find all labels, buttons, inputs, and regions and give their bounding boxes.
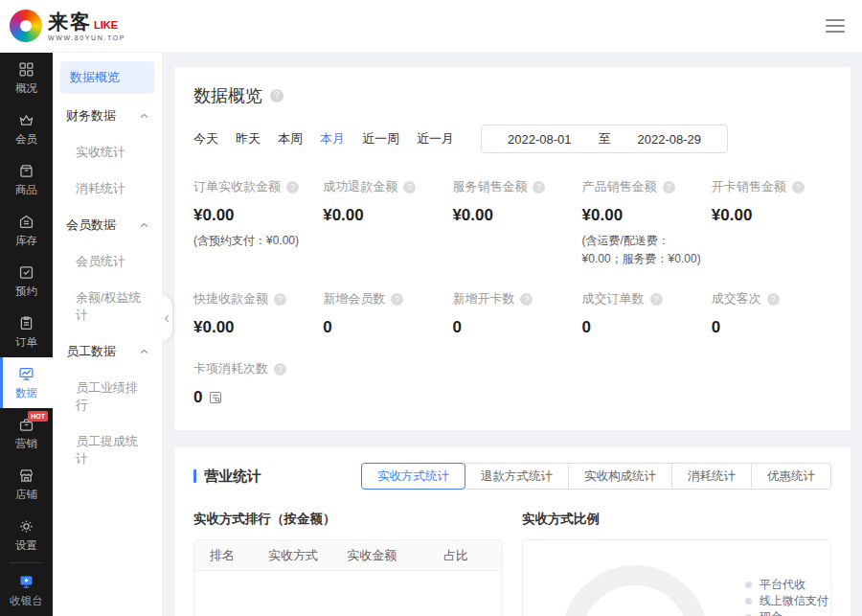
sidebar-item-data[interactable]: 数据 [0,357,53,408]
help-icon[interactable]: ? [403,181,416,194]
record-detail-icon[interactable] [209,391,222,404]
sidebar-item-shop[interactable]: 店铺 [0,459,53,510]
hot-badge: HOT [28,411,48,422]
sidebar-item-orders[interactable]: 订单 [0,307,53,357]
stat-card-consume-count: 卡项消耗次数? 0 [193,360,313,407]
date-range-picker[interactable]: 2022-08-01 至 2022-08-29 [481,125,728,153]
filter-this-month[interactable]: 本月 [320,130,345,148]
ranking-table: 排名 实收方式 实收金额 占比 暂无数据 [193,539,503,616]
sidebar-collapse-handle[interactable] [161,295,172,341]
chevron-up-icon [140,113,148,119]
date-end[interactable]: 2022-08-29 [638,132,702,147]
stat-new-members: 新增会员数? 0 [323,290,442,337]
help-icon[interactable]: ? [391,293,403,306]
help-icon[interactable]: ? [274,363,286,376]
stats-grid: 订单实收款金额? ¥0.00 (含预约支付：¥0.00) 成功退款金额? ¥0.… [193,178,831,407]
tab-receipt-method-stats[interactable]: 实收方式统计 [361,463,465,490]
gear-icon [18,518,34,535]
page-title: 数据概览 [193,84,262,107]
date-start[interactable]: 2022-08-01 [508,132,572,147]
brand-site: WWW.80YUN.TOP [48,34,125,41]
menu-item-staff-ranking[interactable]: 员工业绩排行 [53,370,162,423]
tab-refund-method-stats[interactable]: 退款方式统计 [465,463,569,490]
menu-item-receipt-stats[interactable]: 实收统计 [53,134,162,171]
menu-item-staff-commission[interactable]: 员工提成统计 [53,423,162,477]
crown-icon [18,112,34,128]
help-icon[interactable]: ? [792,181,805,194]
help-icon[interactable]: ? [650,293,663,306]
secondary-sidebar: 数据概览 财务数据 实收统计 消耗统计 会员数据 会员统计 余额/权益统计 员工… [53,53,163,616]
sidebar-item-settings[interactable]: 设置 [0,510,53,560]
menu-group-staff-data[interactable]: 员工数据 [53,333,162,370]
layout: 概况 会员 商品 库存 预约 订单 [0,53,862,616]
menu-group-finance-data[interactable]: 财务数据 [53,98,162,134]
tab-receipt-composition-stats[interactable]: 实收构成统计 [568,463,672,490]
sidebar-item-goods[interactable]: 商品 [0,154,53,205]
chevron-up-icon [140,349,148,354]
sidebar-item-overview[interactable]: 概况 [0,53,53,103]
proportion-panel-title: 实收方式比例 [522,511,831,528]
proportion-chart: 总金额 ¥0.00 平台代收 线上微信支付 现金 其他 微信（记账） 支付宝（记… [522,539,831,616]
cashier-icon [18,574,34,590]
filter-this-week[interactable]: 本周 [278,130,303,148]
menu-item-balance-stats[interactable]: 余额/权益统计 [53,280,162,333]
business-stats-card: 营业统计 实收方式统计 退款方式统计 实收构成统计 消耗统计 优惠统计 实收方式… [174,447,851,616]
menu-item-consume-stats[interactable]: 消耗统计 [53,171,162,207]
ranking-panel-title: 实收方式排行（按金额） [193,511,503,528]
storefront-icon [18,468,34,484]
help-icon[interactable]: ? [274,293,286,306]
filter-today[interactable]: 今天 [193,130,218,148]
stat-order-received: 订单实收款金额? ¥0.00 (含预约支付：¥0.00) [193,178,313,267]
stat-product-sales: 产品销售金额? ¥0.00 (含运费/配送费：¥0.00；服务费：¥0.00) [582,178,702,267]
warehouse-icon [18,214,34,230]
grid-icon [18,61,34,78]
chevron-up-icon [140,222,148,228]
tab-consume-stats[interactable]: 消耗统计 [671,463,752,490]
stat-deal-visits: 成交客次? 0 [712,290,831,337]
help-icon[interactable]: ? [270,89,284,103]
help-icon[interactable]: ? [767,293,780,306]
stat-refund: 成功退款金额? ¥0.00 [323,178,442,267]
monitor-chart-icon [18,366,34,382]
primary-sidebar: 概况 会员 商品 库存 预约 订单 [0,53,53,616]
sidebar-item-booking[interactable]: 预约 [0,256,53,307]
legend-item[interactable]: 现金 [745,611,831,616]
date-separator: 至 [599,130,611,148]
stat-card-sales: 开卡销售金额? ¥0.00 [712,178,831,267]
hamburger-menu-icon[interactable] [826,19,845,33]
clipboard-icon [18,315,34,331]
menu-group-member-data[interactable]: 会员数据 [53,207,162,243]
menu-item-member-stats[interactable]: 会员统计 [53,243,162,280]
brand-suffix: LIKE [94,20,118,32]
help-icon[interactable]: ? [520,293,533,306]
help-icon[interactable]: ? [663,181,675,194]
filter-last-30-days[interactable]: 近一月 [417,130,454,148]
sidebar-divider [10,562,43,563]
sidebar-item-marketing[interactable]: HOT 营销 [0,408,53,459]
chevron-left-icon [164,314,170,323]
donut-center-label: 总金额 ¥0.00 [561,565,709,616]
legend-dot [745,598,752,605]
calendar-check-icon [18,264,34,281]
help-icon[interactable]: ? [286,181,299,194]
stat-service-sales: 服务销售金额? ¥0.00 [452,178,572,267]
top-bar: 来客 LIKE WWW.80YUN.TOP [0,0,862,53]
tab-discount-stats[interactable]: 优惠统计 [751,463,831,490]
filter-last-7-days[interactable]: 近一周 [362,130,399,148]
menu-item-data-overview[interactable]: 数据概览 [60,61,154,94]
chart-legend: 平台代收 线上微信支付 现金 其他 微信（记账） 支付宝（记账） POS机（记账… [745,579,831,616]
title-accent-bar [193,469,196,483]
app-window: 来客 LIKE WWW.80YUN.TOP 概况 会员 商品 [0,0,862,616]
brand-name: 来客 [48,11,92,32]
table-header-row: 排名 实收方式 实收金额 占比 [194,540,502,571]
legend-item[interactable]: 线上微信支付 [745,595,831,606]
stat-quick-payment: 快捷收款金额? ¥0.00 [193,290,313,337]
filter-yesterday[interactable]: 昨天 [236,130,261,148]
sidebar-item-inventory[interactable]: 库存 [0,205,53,256]
sidebar-item-members[interactable]: 会员 [0,103,53,154]
legend-item[interactable]: 平台代收 [745,579,831,590]
main-content: 数据概览 ? 今天 昨天 本周 本月 近一周 近一月 2022-08-01 至 … [163,53,862,616]
legend-dot [745,582,752,588]
help-icon[interactable]: ? [533,181,545,194]
sidebar-item-cashier[interactable]: 收银台 [0,565,53,616]
